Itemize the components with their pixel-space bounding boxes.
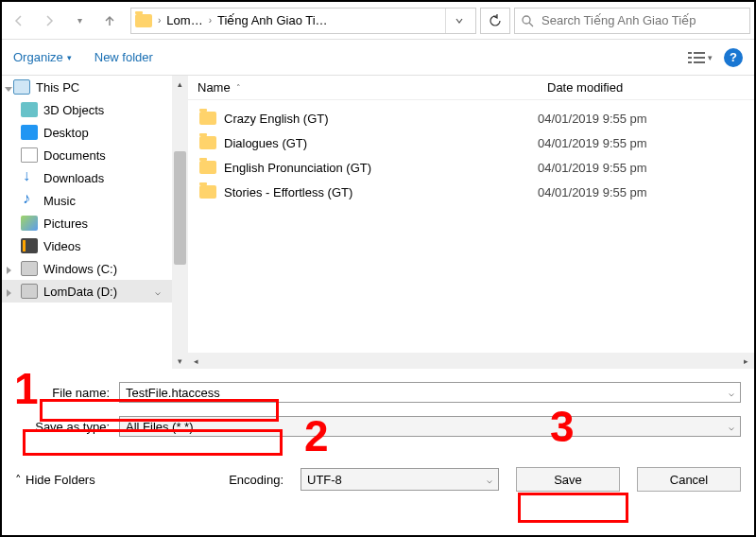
hide-folders-toggle[interactable]: ˄ Hide Folders	[15, 473, 95, 487]
savetype-value: All Files (*.*)	[126, 420, 194, 434]
svg-rect-1	[688, 52, 692, 54]
savetype-label: Save as type:	[15, 420, 119, 434]
scroll-right-arrow[interactable]: ▸	[738, 353, 754, 369]
expand-icon[interactable]	[7, 289, 11, 297]
sidebar-item-label: This PC	[36, 80, 79, 95]
hide-folders-label: Hide Folders	[26, 473, 95, 487]
svg-rect-6	[694, 61, 705, 63]
save-fields: File name: TestFile.htaccess ⌵ Save as t…	[2, 369, 754, 439]
forward-button[interactable]	[36, 8, 62, 34]
sidebar-item-pictures[interactable]: Pictures	[2, 212, 172, 234]
sidebar-item-this-pc[interactable]: This PC	[2, 76, 172, 98]
column-header-date[interactable]: Date modified	[538, 80, 632, 95]
file-row[interactable]: Dialogues (GT)04/01/2019 9:55 pm	[188, 130, 754, 155]
chevron-down-icon: ▾	[67, 53, 72, 62]
svg-point-0	[523, 16, 530, 24]
encoding-combo[interactable]: UTF-8 ⌵	[301, 468, 499, 491]
breadcrumb-segment[interactable]: Tiếng Anh Giao Ti…	[217, 13, 328, 27]
file-date: 04/01/2019 9:55 pm	[538, 112, 647, 126]
file-list-area: Name ˄ Date modified Crazy English (GT)0…	[188, 76, 754, 369]
drive-icon	[21, 284, 38, 299]
sidebar-item-label: Desktop	[43, 126, 89, 140]
scroll-thumb[interactable]	[174, 151, 186, 265]
filename-input[interactable]: TestFile.htaccess ⌵	[119, 382, 741, 403]
column-label: Date modified	[547, 80, 623, 95]
file-date: 04/01/2019 9:55 pm	[538, 136, 647, 150]
search-input[interactable]	[540, 12, 744, 28]
refresh-button[interactable]	[480, 8, 510, 34]
expand-icon[interactable]	[5, 87, 12, 92]
sidebar-item-desktop[interactable]: Desktop	[2, 121, 172, 144]
cancel-button[interactable]: Cancel	[637, 467, 741, 492]
chevron-down-icon[interactable]: ⌵	[155, 286, 161, 297]
organize-menu[interactable]: Organize ▾	[13, 50, 72, 64]
file-date: 04/01/2019 9:55 pm	[538, 185, 647, 199]
filename-value: TestFile.htaccess	[126, 386, 220, 400]
main-content: This PC 3D Objects Desktop Documents Dow…	[2, 76, 754, 369]
folder-icon	[199, 112, 216, 125]
new-folder-label: New folder	[94, 50, 153, 64]
encoding-label: Encoding:	[229, 473, 291, 487]
up-button[interactable]	[96, 8, 123, 34]
navigation-pane: This PC 3D Objects Desktop Documents Dow…	[2, 76, 172, 369]
save-button[interactable]: Save	[516, 467, 620, 492]
footer-bar: ˄ Hide Folders Encoding: UTF-8 ⌵ Save Ca…	[2, 448, 754, 503]
sidebar-item-label: LomData (D:)	[43, 285, 117, 299]
sidebar-item-windows-c[interactable]: Windows (C:)	[2, 257, 172, 280]
sidebar-scrollbar[interactable]: ▴ ▾	[172, 76, 188, 369]
breadcrumb-segment[interactable]: Lom…	[166, 13, 202, 27]
address-dropdown[interactable]	[445, 9, 472, 33]
chevron-down-icon: ▾	[708, 53, 713, 62]
help-button[interactable]: ?	[724, 48, 743, 67]
expand-icon[interactable]	[7, 267, 11, 274]
documents-icon	[21, 147, 38, 163]
file-row[interactable]: Crazy English (GT)04/01/2019 9:55 pm	[188, 106, 754, 130]
chevron-down-icon[interactable]: ⌵	[729, 422, 734, 432]
folder-icon	[199, 161, 216, 174]
file-row[interactable]: English Pronunciation (GT)04/01/2019 9:5…	[188, 155, 754, 180]
file-name: Dialogues (GT)	[224, 136, 307, 150]
column-header-name[interactable]: Name ˄	[188, 80, 538, 95]
encoding-value: UTF-8	[307, 473, 342, 487]
svg-rect-2	[694, 52, 705, 54]
recent-locations-dropdown[interactable]: ▾	[66, 8, 93, 34]
sidebar-item-music[interactable]: Music	[2, 189, 172, 212]
scroll-left-arrow[interactable]: ◂	[188, 353, 204, 369]
sidebar-item-3d-objects[interactable]: 3D Objects	[2, 98, 172, 121]
sidebar-item-label: Pictures	[43, 217, 88, 231]
toolbar: Organize ▾ New folder ▾ ?	[2, 40, 754, 76]
svg-rect-5	[688, 61, 692, 63]
file-name: Stories - Effortless (GT)	[224, 185, 352, 199]
chevron-down-icon[interactable]: ⌵	[729, 388, 734, 398]
folder-icon	[199, 185, 216, 199]
videos-icon	[21, 238, 38, 253]
file-row[interactable]: Stories - Effortless (GT)04/01/2019 9:55…	[188, 180, 754, 204]
pictures-icon	[21, 216, 38, 231]
column-headers: Name ˄ Date modified	[188, 76, 754, 100]
back-button[interactable]	[6, 8, 32, 34]
sidebar-item-label: Documents	[43, 148, 106, 163]
chevron-down-icon[interactable]: ⌵	[487, 475, 492, 485]
sidebar-item-label: 3D Objects	[43, 103, 104, 117]
search-box[interactable]	[514, 8, 750, 34]
svg-rect-3	[688, 57, 692, 59]
scroll-down-arrow[interactable]: ▾	[172, 353, 188, 369]
content-horizontal-scrollbar[interactable]: ◂ ▸	[188, 353, 754, 369]
chevron-right-icon: ›	[209, 15, 212, 26]
file-name: English Pronunciation (GT)	[224, 161, 371, 175]
sidebar-item-lomdata-d[interactable]: LomData (D:) ⌵	[2, 280, 172, 303]
chevron-up-icon: ˄	[15, 473, 22, 487]
scroll-up-arrow[interactable]: ▴	[172, 76, 188, 92]
view-options-button[interactable]: ▾	[688, 51, 713, 64]
new-folder-button[interactable]: New folder	[94, 50, 153, 64]
savetype-combo[interactable]: All Files (*.*) ⌵	[119, 416, 741, 437]
save-label: Save	[554, 473, 582, 487]
sort-icon: ˄	[236, 83, 241, 93]
folder-icon	[135, 14, 152, 27]
address-bar[interactable]: › Lom… › Tiếng Anh Giao Ti…	[130, 8, 476, 34]
sidebar-item-documents[interactable]: Documents	[2, 144, 172, 166]
sidebar-item-label: Downloads	[43, 171, 104, 185]
sidebar-item-videos[interactable]: Videos	[2, 234, 172, 257]
sidebar-item-downloads[interactable]: Downloads	[2, 166, 172, 189]
sidebar-item-label: Videos	[43, 239, 81, 253]
